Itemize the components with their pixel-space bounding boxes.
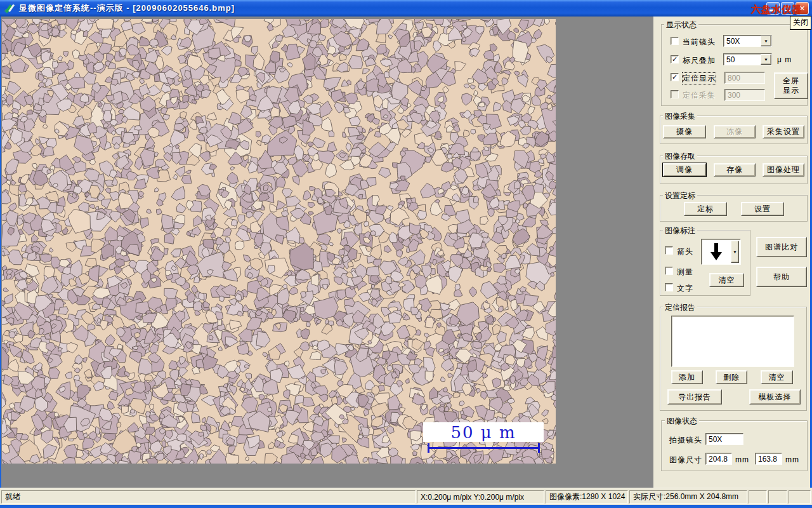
workspace: 50 μ m	[1, 17, 653, 488]
chevron-down-icon: ▼	[733, 250, 737, 253]
micrograph-canvas[interactable]	[2, 19, 556, 464]
group-image-status-title: 图像状态	[665, 416, 699, 427]
title-bar: 显微图像定倍系统--演示版 - [20090602055646.bmp] ✕ 六…	[0, 0, 812, 17]
annotation-style-dropdown[interactable]: ▼	[731, 241, 739, 263]
arrow-down-icon	[709, 243, 723, 262]
status-ready: 就绪	[1, 490, 416, 504]
checkbox-measure-label: 测量	[677, 267, 693, 277]
calibration-setup-button[interactable]: 设置	[741, 202, 784, 216]
status-pane-1	[749, 490, 767, 504]
control-panel: 显示状态 当前镜头 50X ▼ ✓ 标尺叠加 50 ▼ μ m ✓ 定倍显示 8…	[653, 17, 810, 488]
ruler-unit-label: μ m	[777, 55, 792, 64]
report-delete-button[interactable]: 删除	[716, 370, 747, 384]
group-capture-title: 图像采集	[663, 111, 697, 122]
checkbox-current-lens-label: 当前镜头	[683, 37, 716, 48]
ruler-combobox[interactable]: 50 ▼	[723, 53, 772, 65]
checkbox-fixed-display[interactable]: ✓	[671, 73, 679, 81]
image-width-unit: mm	[735, 455, 749, 464]
status-pane-2	[768, 490, 787, 504]
group-report-title: 定倍报告	[663, 302, 697, 313]
app-icon	[4, 3, 15, 14]
annotation-style-preview	[702, 239, 731, 264]
group-storage-title: 图像存取	[663, 151, 697, 162]
checkbox-arrow[interactable]	[665, 246, 673, 255]
checkbox-ruler-overlay[interactable]: ✓	[671, 55, 679, 64]
checkbox-fixed-display-label: 定倍显示	[683, 73, 716, 84]
checkbox-text-label: 文字	[677, 283, 693, 294]
fullscreen-button[interactable]: 全屏显示	[774, 72, 808, 99]
scale-bar-line	[428, 447, 540, 449]
status-actual-size: 实际尺寸:256.0mm X 204.8mm	[629, 490, 747, 504]
report-clear-button[interactable]: 清空	[761, 370, 793, 384]
export-report-button[interactable]: 导出报告	[667, 389, 722, 404]
atlas-compare-button[interactable]: 图谱比对	[756, 237, 807, 257]
image-width-value: 204.8	[705, 453, 732, 465]
status-pane-3	[789, 490, 811, 504]
micrograph-image[interactable]: 50 μ m	[2, 19, 556, 464]
checkbox-fixed-capture	[671, 90, 679, 98]
ruler-combobox-value: 50	[724, 54, 761, 65]
lens-combobox-dropdown[interactable]: ▼	[761, 36, 771, 46]
status-pixel-scale: X:0.200μ m/pix Y:0.200μ m/pix	[417, 490, 544, 504]
lens-combobox-value: 50X	[724, 36, 761, 46]
freeze-button: 冻像	[714, 125, 756, 138]
image-process-button[interactable]: 图像处理	[763, 163, 804, 177]
lens-combobox[interactable]: 50X ▼	[723, 35, 772, 47]
calibrate-button[interactable]: 定标	[684, 202, 727, 216]
status-bar: 就绪 X:0.200μ m/pix Y:0.200μ m/pix 图像像素:12…	[0, 488, 812, 505]
ruler-combobox-dropdown[interactable]: ▼	[761, 54, 771, 65]
window-title: 显微图像定倍系统--演示版 - [20090602055646.bmp]	[19, 3, 235, 14]
annotation-clear-button[interactable]: 清空	[709, 273, 744, 287]
shoot-button[interactable]: 摄像	[663, 125, 706, 138]
image-size-label: 图像尺寸	[669, 455, 702, 465]
checkbox-ruler-overlay-label: 标尺叠加	[683, 55, 716, 66]
group-annotation-title: 图像标注	[663, 225, 697, 236]
close-tooltip: 关闭	[790, 16, 811, 30]
checkbox-text[interactable]	[665, 283, 673, 291]
scale-bar-tick-right	[538, 443, 540, 453]
status-image-pixels: 图像像素:1280 X 1024	[546, 490, 628, 504]
shoot-lens-value: 50X	[705, 433, 743, 445]
help-button[interactable]: 帮助	[756, 267, 807, 287]
chevron-down-icon: ▼	[764, 57, 768, 61]
report-listbox[interactable]	[671, 316, 794, 367]
fixed-display-input: 800	[724, 72, 765, 84]
annotation-style-combobox[interactable]: ▼	[701, 239, 741, 265]
app-window: 显微图像定倍系统--演示版 - [20090602055646.bmp] ✕ 六…	[0, 0, 812, 508]
checkbox-arrow-label: 箭头	[677, 246, 693, 257]
group-calibration-title: 设置定标	[663, 190, 697, 201]
image-height-unit: mm	[785, 455, 799, 464]
watermark-text: 六盘水仪器	[751, 4, 802, 16]
load-image-button[interactable]: 调像	[663, 163, 706, 177]
chevron-down-icon: ▼	[764, 39, 768, 43]
window-frame-bottom	[0, 505, 812, 508]
check-icon: ✓	[672, 56, 678, 63]
fixed-capture-input: 300	[724, 89, 765, 101]
group-display-status-title: 显示状态	[664, 20, 698, 30]
scale-bar-label: 50 μ m	[423, 422, 544, 442]
checkbox-measure[interactable]	[665, 267, 673, 275]
capture-settings-button[interactable]: 采集设置	[763, 125, 804, 138]
report-add-button[interactable]: 添加	[671, 370, 703, 384]
image-height-value: 163.8	[755, 453, 782, 465]
scale-bar-tick-left	[428, 443, 429, 453]
check-icon: ✓	[672, 74, 678, 81]
template-select-button[interactable]: 模板选择	[749, 389, 801, 404]
save-image-button[interactable]: 存像	[714, 163, 756, 177]
fullscreen-button-label: 全屏显示	[782, 76, 801, 95]
checkbox-current-lens[interactable]	[671, 37, 679, 45]
shoot-lens-label: 拍摄镜头	[669, 435, 702, 446]
checkbox-fixed-capture-label: 定倍采集	[683, 90, 716, 101]
